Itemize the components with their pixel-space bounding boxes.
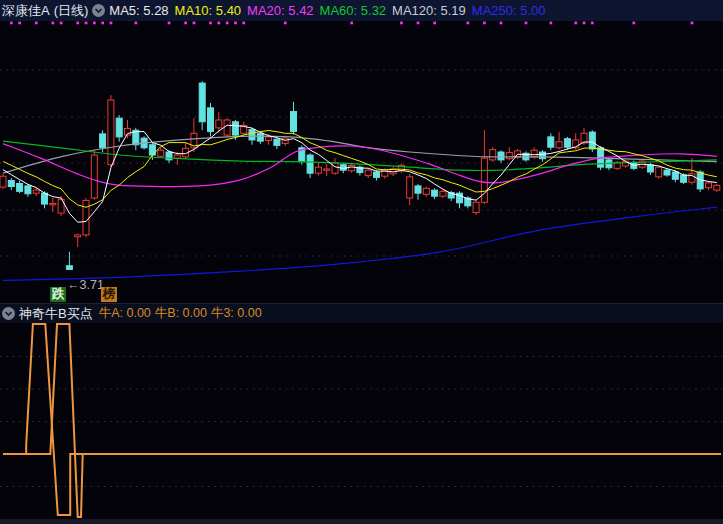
- indicator-title: 神奇牛B买点: [19, 305, 93, 323]
- limit-down-tag[interactable]: 跌: [50, 287, 66, 302]
- ranking-list-tag[interactable]: 榜: [101, 287, 117, 302]
- candlestick-chart[interactable]: [0, 0, 723, 303]
- indicator-chart[interactable]: [0, 323, 723, 524]
- indicator-values: 牛A: 0.00牛B: 0.00牛3: 0.00: [99, 305, 266, 322]
- bottom-border: [0, 519, 723, 524]
- indicator-value-牛3: 牛3: 0.00: [211, 305, 262, 322]
- indicator-value-牛B: 牛B: 0.00: [155, 305, 207, 322]
- indicator-chevron-down-icon[interactable]: [2, 307, 15, 320]
- low-price-annotation: ←3.71: [67, 278, 104, 292]
- indicator-value-牛A: 牛A: 0.00: [99, 305, 151, 322]
- indicator-header: 神奇牛B买点 牛A: 0.00牛B: 0.00牛3: 0.00: [0, 303, 723, 323]
